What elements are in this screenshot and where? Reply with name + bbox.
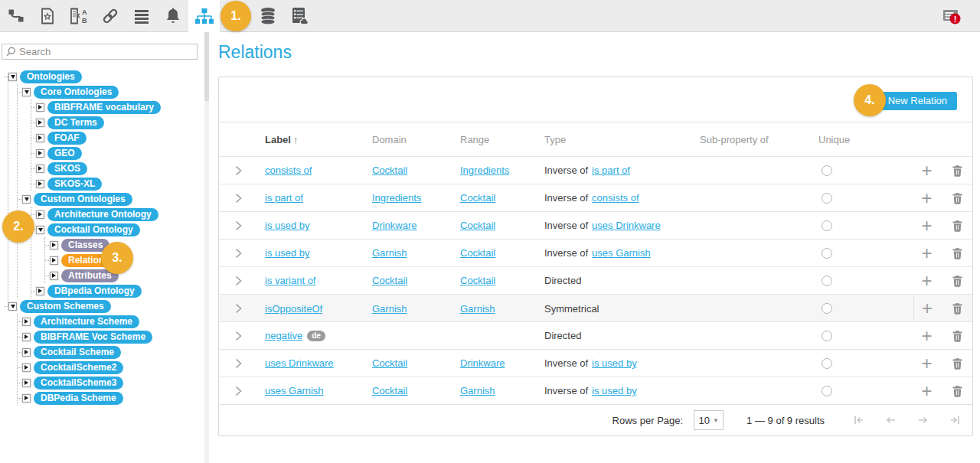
document-translate-icon[interactable]: AB: [63, 0, 94, 32]
last-page-button[interactable]: [949, 414, 962, 426]
sidebar-scrollbar[interactable]: [204, 32, 209, 463]
tree-item-geo[interactable]: GEO: [47, 147, 82, 160]
unique-radio[interactable]: [822, 220, 832, 231]
add-sub-property-button[interactable]: +: [913, 240, 940, 266]
delete-button[interactable]: [940, 267, 974, 294]
expand-icon[interactable]: [36, 180, 44, 188]
relation-label-link[interactable]: negative: [265, 330, 302, 341]
list-icon[interactable]: [126, 0, 157, 32]
tree-item-cocktail-ontology[interactable]: Cocktail Ontology: [47, 223, 140, 236]
cell-range-link[interactable]: Cocktail: [460, 247, 495, 259]
inverse-relation-link[interactable]: uses Garnish: [592, 247, 651, 259]
previous-page-button[interactable]: [884, 414, 897, 426]
column-header-type[interactable]: Type: [537, 134, 692, 145]
expand-icon[interactable]: [22, 379, 31, 387]
column-header-unique[interactable]: Unique: [811, 134, 913, 145]
unique-radio[interactable]: [822, 386, 832, 396]
unique-radio[interactable]: [822, 303, 832, 314]
collapse-icon[interactable]: [8, 73, 17, 81]
collapse-icon[interactable]: [36, 226, 44, 234]
add-sub-property-button[interactable]: +: [913, 377, 940, 404]
expand-icon[interactable]: [36, 103, 44, 112]
tree-item-dc-terms[interactable]: DC Terms: [47, 116, 104, 129]
expand-icon[interactable]: [50, 256, 58, 265]
unique-radio[interactable]: [822, 165, 832, 176]
expand-icon[interactable]: [36, 119, 44, 127]
tree-item-skos-xl[interactable]: SKOS-XL: [47, 178, 102, 191]
add-sub-property-button[interactable]: +: [913, 184, 940, 211]
relation-label-link[interactable]: uses Drinkware: [265, 357, 334, 369]
expand-icon[interactable]: [22, 318, 31, 326]
expand-icon[interactable]: [22, 364, 31, 372]
cell-domain-link[interactable]: Cocktail: [372, 357, 407, 369]
tree-item-custom-ontologies[interactable]: Custom Ontologies: [34, 193, 132, 206]
cell-range-link[interactable]: Cocktail: [460, 192, 495, 204]
expand-icon[interactable]: [22, 394, 31, 403]
expand-icon[interactable]: [22, 348, 31, 357]
expand-icon[interactable]: [36, 134, 44, 142]
server-records-icon[interactable]: [283, 0, 315, 32]
row-expand-icon[interactable]: [219, 350, 257, 377]
cell-range-link[interactable]: Drinkware: [460, 357, 505, 369]
add-sub-property-button[interactable]: +: [913, 212, 940, 239]
inverse-relation-link[interactable]: is used by: [592, 357, 637, 369]
expand-icon[interactable]: [22, 333, 31, 341]
tree-item-dbpedia-scheme[interactable]: DBPedia Scheme: [34, 392, 123, 405]
expand-icon[interactable]: [36, 165, 44, 173]
tree-item-bibframe-voc-scheme[interactable]: BIBFRAME Voc Scheme: [34, 331, 152, 344]
column-header-sub-property[interactable]: Sub-property of: [692, 134, 811, 145]
cell-range-link[interactable]: Cocktail: [460, 275, 495, 286]
tree-item-skos[interactable]: SKOS: [47, 162, 87, 175]
tree-item-bibframe-vocabulary[interactable]: BIBFRAME vocabulary: [47, 101, 161, 114]
expand-icon[interactable]: [50, 241, 58, 249]
delete-button[interactable]: [940, 157, 974, 184]
row-expand-icon[interactable]: [219, 184, 257, 211]
unique-radio[interactable]: [822, 331, 832, 341]
add-sub-property-button[interactable]: +: [913, 350, 940, 377]
relation-label-link[interactable]: is used by: [265, 247, 310, 259]
tree-item-architecture-scheme[interactable]: Architecture Scheme: [34, 315, 139, 328]
add-sub-property-button[interactable]: +: [913, 322, 940, 349]
tree-item-cocktail-scheme[interactable]: Cocktail Scheme: [34, 346, 121, 359]
collapse-icon[interactable]: [8, 302, 17, 311]
unique-radio[interactable]: [822, 276, 832, 286]
cell-range-link[interactable]: Ingredients: [460, 165, 509, 176]
relation-label-link[interactable]: is variant of: [265, 275, 315, 286]
column-header-range[interactable]: Range: [452, 134, 537, 145]
expand-icon[interactable]: [50, 272, 58, 280]
flow-connector-icon[interactable]: [0, 0, 31, 32]
collapse-icon[interactable]: [22, 195, 31, 204]
tree-item-core-ontologies[interactable]: Core Ontologies: [34, 86, 119, 99]
tree-item-ontologies[interactable]: Ontologies: [20, 70, 82, 83]
cell-domain-link[interactable]: Drinkware: [372, 220, 417, 231]
cell-domain-link[interactable]: Cocktail: [372, 385, 407, 396]
add-sub-property-button[interactable]: +: [913, 157, 940, 184]
row-expand-icon[interactable]: [219, 322, 257, 349]
cell-range-link[interactable]: Garnish: [460, 303, 495, 315]
delete-button[interactable]: [940, 295, 974, 322]
unique-radio[interactable]: [822, 193, 832, 204]
file-star-icon[interactable]: [31, 0, 63, 32]
relation-label-link[interactable]: consists of: [265, 165, 312, 176]
cell-range-link[interactable]: Garnish: [460, 385, 495, 396]
add-sub-property-button[interactable]: +: [913, 295, 940, 322]
rows-per-page-select[interactable]: 10 ▼: [694, 410, 724, 430]
delete-button[interactable]: [940, 322, 974, 349]
delete-button[interactable]: [940, 240, 974, 266]
new-relation-button[interactable]: New Relation: [878, 92, 957, 110]
delete-button[interactable]: [940, 184, 974, 211]
inverse-relation-link[interactable]: is part of: [592, 165, 630, 176]
tree-item-cocktailscheme3[interactable]: CocktailScheme3: [34, 377, 123, 390]
delete-button[interactable]: [940, 212, 974, 239]
row-expand-icon[interactable]: [219, 295, 257, 322]
column-header-label[interactable]: Label↑: [257, 134, 364, 145]
row-expand-icon[interactable]: [219, 157, 257, 184]
delete-button[interactable]: [940, 377, 974, 404]
delete-button[interactable]: [940, 350, 974, 377]
database-icon[interactable]: [252, 0, 283, 32]
cell-domain-link[interactable]: Garnish: [372, 247, 407, 259]
cell-range-link[interactable]: Cocktail: [460, 220, 495, 231]
expand-icon[interactable]: [36, 149, 44, 158]
tree-item-foaf[interactable]: FOAF: [47, 132, 87, 145]
relation-label-link[interactable]: isOppositeOf: [265, 303, 322, 315]
